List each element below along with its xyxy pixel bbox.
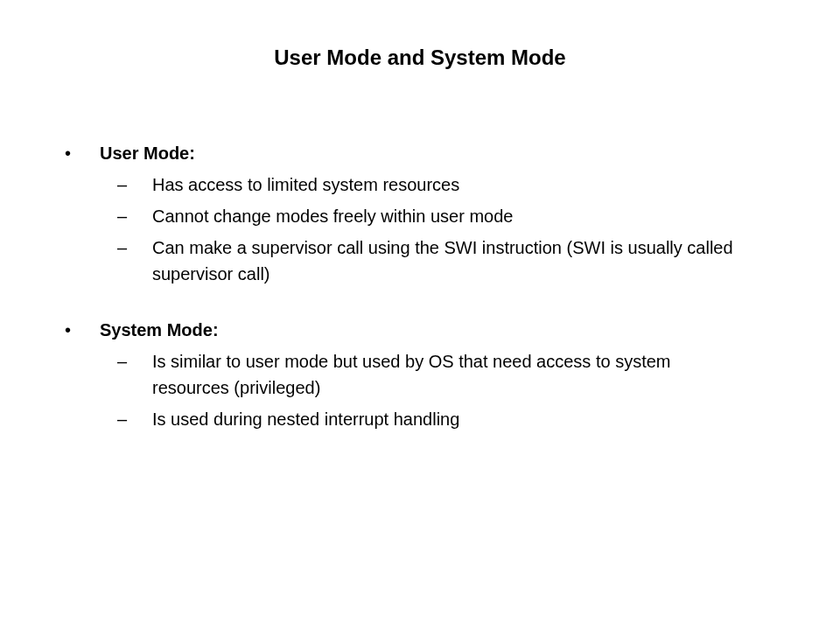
- list-item: – Is similar to user mode but used by OS…: [52, 348, 788, 401]
- dash-icon: –: [117, 172, 152, 198]
- list-item: – Has access to limited system resources: [52, 172, 788, 198]
- section-heading: • System Mode:: [52, 317, 788, 343]
- slide-title: User Mode and System Mode: [52, 46, 788, 70]
- section-heading: • User Mode:: [52, 140, 788, 166]
- list-item-text: Is similar to user mode but used by OS t…: [152, 348, 788, 401]
- section-heading-text: System Mode:: [100, 317, 788, 343]
- dash-icon: –: [117, 406, 152, 432]
- bullet-icon: •: [52, 140, 100, 166]
- dash-icon: –: [117, 203, 152, 229]
- list-item-text: Is used during nested interrupt handling: [152, 406, 788, 432]
- dash-icon: –: [117, 348, 152, 401]
- bullet-icon: •: [52, 317, 100, 343]
- slide-content: • User Mode: – Has access to limited sys…: [52, 140, 788, 432]
- section-gap: [52, 292, 788, 317]
- list-item-text: Cannot change modes freely within user m…: [152, 203, 788, 229]
- section-heading-text: User Mode:: [100, 140, 788, 166]
- list-item: – Can make a supervisor call using the S…: [52, 234, 788, 287]
- list-item: – Cannot change modes freely within user…: [52, 203, 788, 229]
- list-item-text: Can make a supervisor call using the SWI…: [152, 234, 788, 287]
- list-item-text: Has access to limited system resources: [152, 172, 788, 198]
- list-item: – Is used during nested interrupt handli…: [52, 406, 788, 432]
- dash-icon: –: [117, 234, 152, 287]
